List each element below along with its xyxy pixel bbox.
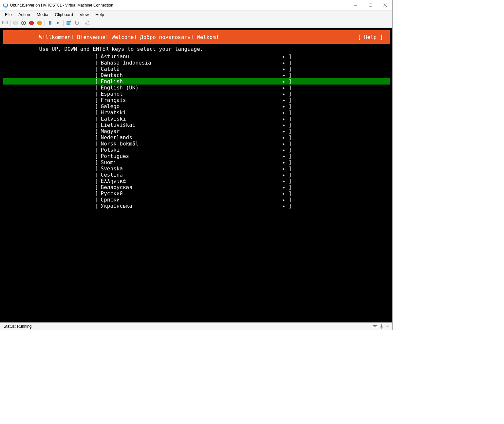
- right-bracket: ]: [286, 109, 291, 116]
- language-option[interactable]: [ Bahasa Indonesia▸ ]: [3, 60, 390, 66]
- language-name: English: [101, 78, 280, 85]
- language-option[interactable]: [ Deutsch▸ ]: [3, 72, 390, 78]
- language-name: Беларуская: [101, 184, 280, 190]
- toolbar-reset-button[interactable]: [55, 20, 61, 26]
- vm-display[interactable]: Willkommen! Bienvenue! Welcome! Добро по…: [0, 28, 392, 322]
- app-icon: [3, 3, 8, 8]
- language-option[interactable]: [ Asturianu▸ ]: [3, 53, 390, 60]
- minimize-button[interactable]: [348, 0, 363, 10]
- toolbar-save-button[interactable]: [36, 20, 43, 26]
- language-option[interactable]: [ Norsk bokmål▸ ]: [3, 141, 390, 147]
- toolbar-ctrl-alt-del-button[interactable]: [2, 20, 8, 26]
- right-bracket: ]: [286, 72, 291, 78]
- menu-media[interactable]: Media: [33, 11, 51, 18]
- language-option[interactable]: [ Українська▸ ]: [3, 203, 390, 209]
- language-name: Català: [101, 66, 280, 72]
- language-name: Português: [101, 153, 280, 159]
- status-icons: [371, 324, 392, 329]
- maximize-button[interactable]: [363, 0, 378, 10]
- toolbar-start-button[interactable]: [12, 20, 19, 26]
- language-list[interactable]: [ Asturianu▸ ][ Bahasa Indonesia▸ ][ Cat…: [3, 53, 390, 209]
- submenu-arrow-icon: ▸: [280, 128, 286, 134]
- language-option[interactable]: [ Русский▸ ]: [3, 190, 390, 197]
- language-name: Latviski: [101, 116, 280, 122]
- right-bracket: ]: [286, 159, 291, 165]
- left-bracket: [: [95, 147, 101, 153]
- svg-rect-8: [3, 22, 4, 22]
- language-option[interactable]: [ Lietuviškai▸ ]: [3, 122, 390, 128]
- language-option[interactable]: [ Čeština▸ ]: [3, 172, 390, 178]
- svg-rect-9: [4, 22, 5, 22]
- right-bracket: ]: [286, 128, 291, 134]
- left-bracket: [: [95, 85, 101, 91]
- language-option[interactable]: [ Српски▸ ]: [3, 197, 390, 203]
- language-option[interactable]: [ English (UK)▸ ]: [3, 85, 390, 91]
- language-option[interactable]: [ Nederlands▸ ]: [3, 134, 390, 141]
- toolbar-enhanced-session-button[interactable]: [84, 20, 91, 26]
- menu-clipboard[interactable]: Clipboard: [52, 11, 77, 18]
- left-bracket: [: [95, 97, 101, 103]
- window-title: UbuntuServer on HVHOST01 - Virtual Machi…: [10, 3, 348, 8]
- submenu-arrow-icon: ▸: [280, 103, 286, 109]
- installer-help-button[interactable]: [ Help ]: [358, 34, 383, 40]
- toolbar-shutdown-button[interactable]: [28, 20, 35, 26]
- menu-file[interactable]: File: [2, 11, 15, 18]
- language-option[interactable]: [ Hrvatski▸ ]: [3, 109, 390, 116]
- language-option[interactable]: [ Català▸ ]: [3, 66, 390, 72]
- language-name: Čeština: [101, 172, 280, 178]
- menu-help[interactable]: Help: [92, 11, 107, 18]
- language-option[interactable]: [ Français▸ ]: [3, 97, 390, 103]
- left-bracket: [: [95, 153, 101, 159]
- svg-rect-19: [373, 326, 377, 328]
- toolbar-turnoff-button[interactable]: [20, 20, 27, 26]
- language-option[interactable]: [ Беларуская▸ ]: [3, 184, 390, 190]
- language-option[interactable]: [ Svenska▸ ]: [3, 165, 390, 172]
- toolbar-checkpoint-button[interactable]: [65, 20, 72, 26]
- guest-screen[interactable]: Willkommen! Bienvenue! Welcome! Добро по…: [3, 29, 390, 321]
- submenu-arrow-icon: ▸: [280, 53, 286, 60]
- right-bracket: ]: [286, 147, 291, 153]
- right-bracket: ]: [286, 116, 291, 122]
- window-controls: [348, 0, 392, 10]
- left-bracket: [: [95, 197, 101, 203]
- language-name: Українська: [101, 203, 280, 209]
- language-option[interactable]: [ Suomi▸ ]: [3, 159, 390, 165]
- language-option[interactable]: [ Português▸ ]: [3, 153, 390, 159]
- toolbar-pause-button[interactable]: [47, 20, 53, 26]
- toolbar-revert-button[interactable]: [73, 20, 80, 26]
- left-bracket: [: [95, 190, 101, 197]
- left-bracket: [: [95, 203, 101, 209]
- submenu-arrow-icon: ▸: [280, 153, 286, 159]
- submenu-arrow-icon: ▸: [280, 141, 286, 147]
- right-bracket: ]: [286, 203, 291, 209]
- keyboard-icon: [373, 324, 377, 329]
- installer-instruction: Use UP, DOWN and ENTER keys to select yo…: [3, 45, 390, 53]
- right-bracket: ]: [286, 91, 291, 97]
- language-option[interactable]: [ Latviski▸ ]: [3, 116, 390, 122]
- left-bracket: [: [95, 116, 101, 122]
- menu-view[interactable]: View: [76, 11, 92, 18]
- right-bracket: ]: [286, 85, 291, 91]
- submenu-arrow-icon: ▸: [280, 72, 286, 78]
- installer-header: Willkommen! Bienvenue! Welcome! Добро по…: [3, 30, 390, 44]
- close-button[interactable]: [378, 0, 392, 10]
- language-option[interactable]: [ Polski▸ ]: [3, 147, 390, 153]
- left-bracket: [: [95, 178, 101, 184]
- language-option[interactable]: [ Magyar▸ ]: [3, 128, 390, 134]
- language-name: Français: [101, 97, 280, 103]
- titlebar[interactable]: UbuntuServer on HVHOST01 - Virtual Machi…: [0, 0, 392, 10]
- language-name: Deutsch: [101, 72, 280, 78]
- submenu-arrow-icon: ▸: [280, 165, 286, 172]
- language-option[interactable]: [ Español▸ ]: [3, 91, 390, 97]
- language-option[interactable]: [ Galego▸ ]: [3, 103, 390, 109]
- menu-action[interactable]: Action: [15, 11, 33, 18]
- language-name: English (UK): [101, 85, 280, 91]
- language-option[interactable]: [ English▸ ]: [3, 78, 390, 85]
- right-bracket: ]: [286, 197, 291, 203]
- language-option[interactable]: [ Ελληνικά▸ ]: [3, 178, 390, 184]
- svg-rect-10: [6, 22, 7, 22]
- toolbar-separator: [45, 20, 45, 26]
- language-name: Norsk bokmål: [101, 141, 280, 147]
- language-name: Lietuviškai: [101, 122, 280, 128]
- right-bracket: ]: [286, 184, 291, 190]
